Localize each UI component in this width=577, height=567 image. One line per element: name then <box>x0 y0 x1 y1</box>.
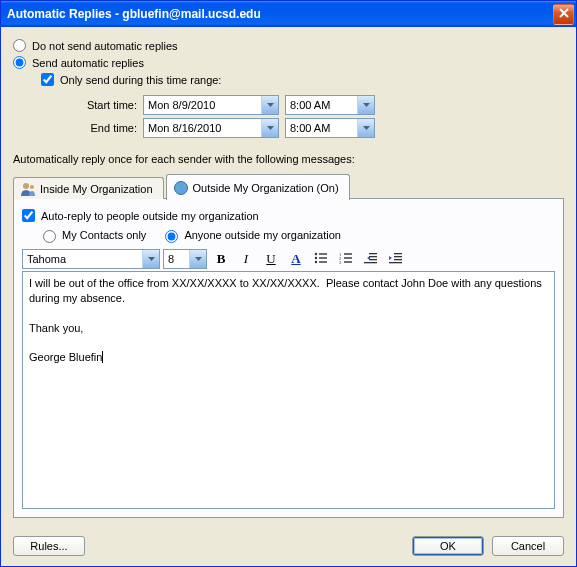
tab-panel-outside: Auto-reply to people outside my organiza… <box>13 198 564 518</box>
radio-contacts-only[interactable]: My Contacts only <box>38 227 146 243</box>
chevron-down-icon <box>357 119 374 137</box>
dialog-content: Do not send automatic replies Send autom… <box>1 27 576 566</box>
radio-contacts-only-input[interactable] <box>43 230 56 243</box>
message-editor[interactable]: I will be out of the office from XX/XX/X… <box>22 271 555 509</box>
people-icon <box>20 181 36 197</box>
svg-point-5 <box>315 257 317 259</box>
globe-icon <box>173 180 189 196</box>
svg-point-7 <box>315 261 317 263</box>
increase-indent-icon <box>389 252 403 266</box>
svg-point-2 <box>174 181 187 194</box>
end-date-combo[interactable]: Mon 8/16/2010 <box>143 118 279 138</box>
rules-button[interactable]: Rules... <box>13 536 85 556</box>
start-time-value: 8:00 AM <box>290 99 357 111</box>
bullet-list-icon <box>314 252 328 266</box>
svg-rect-18 <box>364 262 377 263</box>
svg-rect-17 <box>369 259 377 260</box>
svg-text:3: 3 <box>339 260 342 264</box>
radio-anyone-label: Anyone outside my organization <box>184 229 341 241</box>
checkbox-only-range[interactable]: Only send during this time range: <box>41 73 564 86</box>
close-button[interactable] <box>553 4 574 25</box>
svg-point-0 <box>23 183 29 189</box>
checkbox-autoreply-outside-input[interactable] <box>22 209 35 222</box>
radio-send-input[interactable] <box>13 56 26 69</box>
svg-rect-4 <box>319 253 327 254</box>
radio-anyone-input[interactable] <box>165 230 178 243</box>
time-range-grid: Start time: Mon 8/9/2010 8:00 AM End tim… <box>67 92 564 141</box>
format-toolbar: Tahoma 8 B I U A 123 <box>22 249 555 269</box>
increase-indent-button[interactable] <box>385 249 407 269</box>
ok-button[interactable]: OK <box>412 536 484 556</box>
bold-icon: B <box>217 251 226 267</box>
checkbox-only-range-input[interactable] <box>41 73 54 86</box>
svg-rect-8 <box>319 261 327 262</box>
tab-inside-organization[interactable]: Inside My Organization <box>13 177 164 199</box>
underline-icon: U <box>266 251 275 267</box>
tabs: Inside My Organization Outside My Organi… <box>13 173 564 519</box>
start-date-combo[interactable]: Mon 8/9/2010 <box>143 95 279 115</box>
cancel-button[interactable]: Cancel <box>492 536 564 556</box>
svg-rect-16 <box>369 256 377 257</box>
bold-button[interactable]: B <box>210 249 232 269</box>
underline-button[interactable]: U <box>260 249 282 269</box>
window-title: Automatic Replies - gbluefin@mail.ucsd.e… <box>7 7 553 21</box>
font-value: Tahoma <box>27 253 142 265</box>
automatic-replies-window: Automatic Replies - gbluefin@mail.ucsd.e… <box>0 0 577 567</box>
decrease-indent-icon <box>364 252 378 266</box>
radio-contacts-only-label: My Contacts only <box>62 229 146 241</box>
tab-inside-label: Inside My Organization <box>40 183 153 195</box>
font-size-combo[interactable]: 8 <box>163 249 207 269</box>
radio-send-label: Send automatic replies <box>32 57 144 69</box>
italic-icon: I <box>244 251 248 267</box>
section-label: Automatically reply once for each sender… <box>13 153 564 165</box>
chevron-down-icon <box>357 96 374 114</box>
start-time-label: Start time: <box>67 99 137 111</box>
svg-rect-22 <box>389 262 402 263</box>
svg-rect-14 <box>344 261 352 262</box>
radio-dont-send-input[interactable] <box>13 39 26 52</box>
end-time-label: End time: <box>67 122 137 134</box>
end-time-value: 8:00 AM <box>290 122 357 134</box>
radio-anyone[interactable]: Anyone outside my organization <box>160 227 341 243</box>
radio-dont-send-label: Do not send automatic replies <box>32 40 178 52</box>
text-caret <box>102 351 103 363</box>
italic-button[interactable]: I <box>235 249 257 269</box>
tab-outside-organization[interactable]: Outside My Organization (On) <box>166 174 350 200</box>
font-color-button[interactable]: A <box>285 249 307 269</box>
message-body-text: I will be out of the office from XX/XX/X… <box>29 277 545 363</box>
numbered-list-button[interactable]: 123 <box>335 249 357 269</box>
chevron-down-icon <box>189 250 206 268</box>
end-time-combo[interactable]: 8:00 AM <box>285 118 375 138</box>
close-icon <box>559 7 569 21</box>
svg-rect-15 <box>369 253 377 254</box>
numbered-list-icon: 123 <box>339 252 353 266</box>
svg-rect-21 <box>394 259 402 260</box>
end-date-value: Mon 8/16/2010 <box>148 122 261 134</box>
dialog-footer: Rules... OK Cancel <box>13 526 564 556</box>
chevron-down-icon <box>261 96 278 114</box>
tab-outside-label: Outside My Organization (On) <box>193 182 339 194</box>
svg-point-3 <box>315 253 317 255</box>
decrease-indent-button[interactable] <box>360 249 382 269</box>
chevron-down-icon <box>261 119 278 137</box>
svg-point-1 <box>30 185 34 189</box>
chevron-down-icon <box>142 250 159 268</box>
titlebar: Automatic Replies - gbluefin@mail.ucsd.e… <box>1 1 576 27</box>
svg-rect-20 <box>394 256 402 257</box>
checkbox-autoreply-outside-label: Auto-reply to people outside my organiza… <box>41 210 259 222</box>
font-color-icon: A <box>291 251 300 267</box>
svg-rect-10 <box>344 253 352 254</box>
radio-dont-send[interactable]: Do not send automatic replies <box>13 39 564 52</box>
start-time-combo[interactable]: 8:00 AM <box>285 95 375 115</box>
font-size-value: 8 <box>168 253 189 265</box>
svg-rect-6 <box>319 257 327 258</box>
svg-rect-19 <box>394 253 402 254</box>
start-date-value: Mon 8/9/2010 <box>148 99 261 111</box>
font-combo[interactable]: Tahoma <box>22 249 160 269</box>
bullet-list-button[interactable] <box>310 249 332 269</box>
radio-send[interactable]: Send automatic replies <box>13 56 564 69</box>
checkbox-autoreply-outside[interactable]: Auto-reply to people outside my organiza… <box>22 209 555 222</box>
checkbox-only-range-label: Only send during this time range: <box>60 74 221 86</box>
svg-rect-12 <box>344 257 352 258</box>
